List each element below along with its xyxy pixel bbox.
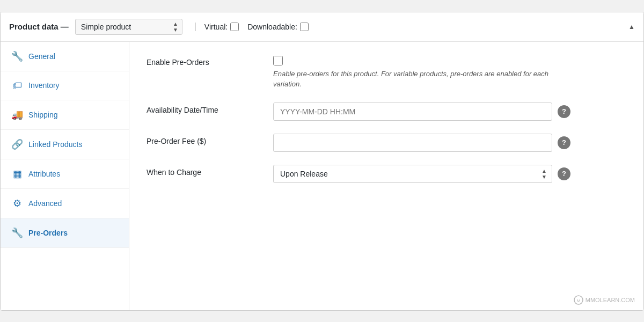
attributes-icon: ▦ [11, 168, 23, 180]
availability-help-icon[interactable]: ? [558, 105, 570, 118]
panel-body: 🔧 General 🏷 Inventory 🚚 Shipping 🔗 Linke… [1, 42, 643, 310]
panel-body-wrapper: 🔧 General 🏷 Inventory 🚚 Shipping 🔗 Linke… [1, 42, 643, 310]
sidebar-label-linked-products: Linked Products [28, 140, 82, 149]
panel-header: Product data — Simple product ▲▼ Virtual… [1, 12, 643, 42]
truck-icon: 🚚 [11, 109, 23, 121]
when-to-charge-select[interactable]: Upon Release Upfront [273, 165, 552, 183]
wrench-icon: 🔧 [11, 50, 23, 62]
panel-title: Product data — [9, 22, 69, 31]
watermark: M MMOLEARN.COM [574, 295, 635, 305]
sidebar-label-advanced: Advanced [28, 199, 62, 208]
sidebar-label-shipping: Shipping [28, 111, 58, 119]
tag-icon: 🏷 [11, 80, 23, 91]
preorder-fee-input[interactable] [273, 134, 552, 152]
when-to-charge-wrapper[interactable]: Upon Release Upfront ▲▼ [273, 165, 552, 183]
sidebar-item-shipping[interactable]: 🚚 Shipping [1, 100, 129, 130]
pre-orders-icon: 🔧 [11, 227, 23, 239]
enable-preorders-field: Enable pre-orders for this product. For … [273, 55, 626, 90]
sidebar-item-attributes[interactable]: ▦ Attributes [1, 159, 129, 189]
sidebar-item-general[interactable]: 🔧 General [1, 42, 129, 71]
sidebar-item-pre-orders[interactable]: 🔧 Pre-Orders [1, 218, 129, 248]
preorder-fee-field: ? [273, 134, 626, 152]
product-type-select[interactable]: Simple product [75, 19, 182, 35]
sidebar-item-linked-products[interactable]: 🔗 Linked Products [1, 130, 129, 159]
downloadable-checkbox[interactable] [300, 23, 309, 31]
collapse-button[interactable]: ▲ [628, 23, 635, 31]
enable-preorders-row: Enable Pre-Orders Enable pre-orders for … [147, 55, 626, 90]
when-to-charge-field: Upon Release Upfront ▲▼ ? [273, 165, 626, 183]
sidebar-label-general: General [28, 52, 55, 61]
sidebar: 🔧 General 🏷 Inventory 🚚 Shipping 🔗 Linke… [1, 42, 129, 310]
availability-row: Availability Date/Time ? [147, 103, 626, 121]
watermark-logo-icon: M [574, 295, 583, 305]
sidebar-label-inventory: Inventory [28, 81, 60, 90]
virtual-label[interactable]: Virtual: [204, 23, 239, 31]
enable-preorders-checkbox[interactable] [273, 56, 283, 65]
sidebar-label-pre-orders: Pre-Orders [28, 229, 68, 237]
when-to-charge-row: When to Charge Upon Release Upfront ▲▼ ? [147, 165, 626, 183]
product-data-panel: Product data — Simple product ▲▼ Virtual… [0, 12, 644, 311]
main-content: Enable Pre-Orders Enable pre-orders for … [129, 42, 643, 310]
downloadable-label[interactable]: Downloadable: [247, 23, 309, 31]
product-type-wrapper[interactable]: Simple product ▲▼ [75, 19, 182, 35]
link-icon: 🔗 [11, 138, 23, 150]
preorder-fee-label: Pre-Order Fee ($) [147, 134, 265, 145]
virtual-downloadable-group: Virtual: Downloadable: [195, 23, 309, 31]
availability-label: Availability Date/Time [147, 103, 265, 114]
sidebar-item-inventory[interactable]: 🏷 Inventory [1, 71, 129, 100]
availability-input[interactable] [273, 103, 552, 121]
preorder-fee-help-icon[interactable]: ? [558, 136, 570, 149]
sidebar-item-advanced[interactable]: ⚙ Advanced [1, 189, 129, 218]
virtual-checkbox[interactable] [230, 23, 239, 31]
checkbox-row [273, 55, 552, 65]
gear-icon: ⚙ [11, 197, 23, 209]
availability-field: ? [273, 103, 626, 121]
enable-preorders-label: Enable Pre-Orders [147, 55, 265, 67]
svg-text:M: M [576, 298, 580, 303]
when-to-charge-label: When to Charge [147, 165, 265, 177]
sidebar-label-attributes: Attributes [28, 170, 60, 178]
watermark-text: MMOLEARN.COM [586, 297, 635, 303]
preorder-fee-row: Pre-Order Fee ($) ? [147, 134, 626, 152]
enable-preorders-description: Enable pre-orders for this product. For … [273, 69, 552, 90]
enable-preorders-checkbox-group: Enable pre-orders for this product. For … [273, 55, 552, 90]
when-to-charge-help-icon[interactable]: ? [558, 167, 570, 180]
